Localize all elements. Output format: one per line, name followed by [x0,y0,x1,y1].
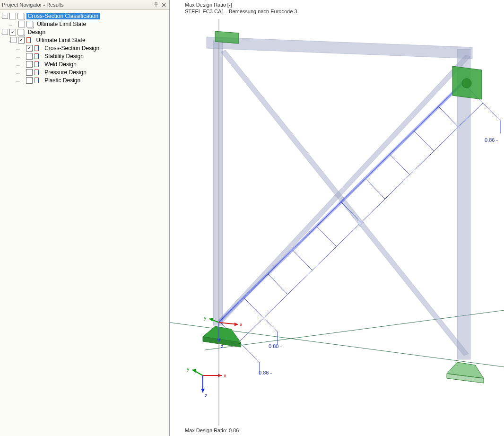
pin-icon[interactable] [152,1,160,9]
svg-line-16 [365,178,385,199]
svg-marker-29 [235,323,238,326]
svg-marker-4 [207,37,472,59]
design-icon [34,53,42,60]
expander-icon[interactable]: - [2,29,8,35]
tree-item-uls-b[interactable]: .. - Ultimate Limit State [1,36,168,44]
svg-line-19 [438,106,458,127]
svg-line-13 [292,250,312,270]
annotation-right: 0.86 - [485,137,498,143]
svg-line-11 [243,297,263,318]
design-icon [34,45,42,52]
tree-item-label: Design [26,29,47,35]
svg-text:y: y [187,366,190,372]
design-icon [26,37,34,44]
expander-icon[interactable]: - [2,13,8,19]
design-icon [34,61,42,68]
tree-item-plastic-design[interactable]: .... Plastic Design [1,76,168,84]
checkbox[interactable] [26,53,33,60]
panel-title: Project Navigator - Results [2,2,152,8]
sheets-icon [17,29,25,35]
model-viewport[interactable]: Max Design Ratio [-] STEEL EC3 CA1 - Bem… [170,0,504,436]
svg-marker-2 [213,41,223,325]
sheets-icon [26,21,34,27]
tree-item-label: Plastic Design [43,77,82,84]
expander-icon[interactable]: - [10,37,17,43]
svg-marker-41 [192,369,196,373]
checkbox[interactable] [26,61,33,68]
global-axes-triad: x y z [187,366,226,398]
svg-line-18 [414,131,434,151]
svg-marker-44 [201,389,205,392]
status-max-design-ratio: Max Design Ratio: 0.86 [185,427,239,433]
tree-item-label: Pressure Design [43,69,88,76]
tree-item-design[interactable]: . - Design [1,28,168,36]
tree-item-label: Cross-Section Design [43,45,101,52]
annotation-lower1: 0.80 - [269,343,282,349]
sheets-icon [17,13,25,19]
svg-text:z: z [221,343,224,349]
tree-item-label: Weld Design [43,61,78,68]
checkbox[interactable] [26,77,33,84]
checkbox[interactable] [9,29,16,35]
design-icon [34,69,42,76]
tree-item-label: Ultimate Limit State [35,21,87,27]
tree-item-label: Ultimate Limit State [35,37,87,44]
svg-marker-32 [209,318,213,322]
scene-3d: x y z x y z [170,0,504,436]
annotation-lower2: 0.86 - [259,370,272,375]
svg-line-14 [316,226,336,246]
checkbox[interactable] [26,45,33,52]
checkbox[interactable] [18,37,25,44]
checkbox[interactable] [26,69,33,76]
svg-line-17 [390,154,409,174]
tree-item-weld-design[interactable]: .... Weld Design [1,60,168,68]
svg-text:y: y [204,315,207,321]
checkbox[interactable] [9,13,16,19]
tree-item-stability-design[interactable]: .... Stability Design [1,52,168,60]
tree-item-label: Stability Design [43,53,85,60]
tree-item-pressure-design[interactable]: .... Pressure Design [1,68,168,76]
svg-text:x: x [240,322,243,327]
svg-text:x: x [224,373,226,378]
panel-header: Project Navigator - Results [0,0,169,10]
tree-item-cross-section-design[interactable]: .... Cross-Section Design [1,44,168,52]
checkbox[interactable] [18,21,25,27]
close-icon[interactable] [160,1,167,9]
svg-text:z: z [205,392,208,398]
tree-item-uls-a[interactable]: .... Ultimate Limit State [1,20,168,28]
navigator-tree[interactable]: . - Cross-Section Classification .... Ul… [0,10,169,86]
svg-point-23 [462,78,471,88]
tree-item-cross-section-classification[interactable]: . - Cross-Section Classification [1,12,168,20]
design-icon [34,77,42,84]
svg-line-12 [268,274,287,294]
svg-marker-38 [218,374,222,377]
project-navigator-panel: Project Navigator - Results . - Cross-Se… [0,0,170,436]
svg-line-15 [341,202,361,222]
svg-line-9 [239,103,483,342]
tree-item-label: Cross-Section Classification [26,13,100,19]
